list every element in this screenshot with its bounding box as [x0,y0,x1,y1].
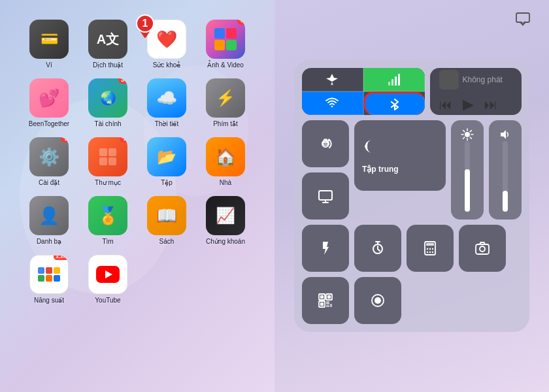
svg-point-25 [432,248,433,250]
svg-line-16 [470,137,471,139]
app-been-together[interactable]: 💕 BeenTogether [23,78,75,127]
calculator-button[interactable] [407,225,454,272]
airplane-icon [325,73,339,87]
app-chung-khoan[interactable]: 📈 Chứng khoán [199,196,252,245]
svg-line-15 [463,130,465,131]
qr-icon [317,292,334,309]
svg-point-41 [374,297,381,304]
control-center: 2 Không phát ⏮ ▶ ⏭ [294,60,529,332]
step1-marker: 1 [136,14,154,33]
app-thu-muc[interactable]: 1 Thư mục [82,137,134,186]
flashlight-icon [318,240,333,256]
app-vi[interactable]: 💳 Ví [23,20,75,69]
network-controls: 2 [302,68,425,115]
svg-rect-22 [426,243,434,246]
timer-button[interactable] [354,225,401,272]
control-center-panel: 2 Không phát ⏮ ▶ ⏭ [274,0,549,392]
cellular-button[interactable] [363,68,425,91]
cc-row-2: Tập trung [302,120,522,220]
app-cai-dat[interactable]: ⚙️ 1 Cài đặt [23,137,75,186]
brightness-slider[interactable] [451,120,484,220]
svg-rect-37 [326,301,329,304]
app-sach[interactable]: 📖 Sách [141,196,193,245]
home-screen: 1 💳 Ví A文 Dịch thuật ❤️ Sức khoẻ [0,0,274,392]
app-nha[interactable]: 🏠 Nhà [199,137,252,186]
not-playing-label: Không phát [463,75,513,84]
svg-rect-38 [330,304,332,307]
app-tai-chinh[interactable]: 🌏 37 Tài chính [82,78,134,127]
volume-slider[interactable] [489,120,522,220]
wifi-icon [325,96,339,110]
svg-rect-2 [388,82,390,86]
bluetooth-button[interactable]: 2 [363,91,425,115]
svg-rect-4 [395,76,397,86]
orientation-lock-icon [318,136,333,152]
svg-rect-39 [326,305,329,307]
camera-icon [474,240,490,256]
app-grid: 💳 Ví A文 Dịch thuật ❤️ Sức khoẻ [10,20,265,304]
app-phim-tat[interactable]: ⚡ Phím tắt [199,78,252,127]
svg-point-23 [427,248,428,250]
tap-trung-label: Tập trung [362,165,399,174]
focus-button[interactable]: Tập trung [354,120,446,191]
cellular-icon [386,73,401,87]
airplane-mode-button[interactable] [302,68,363,91]
camera-button[interactable] [459,225,506,272]
play-button[interactable]: ▶ [463,96,474,113]
next-button[interactable]: ⏭ [484,97,497,112]
svg-point-26 [427,252,428,253]
app-dich-thuat[interactable]: A文 Dịch thuật [82,20,134,69]
svg-marker-19 [501,130,506,139]
qr-scanner-button[interactable] [302,277,349,324]
cc-row-4 [302,277,522,324]
app-tep[interactable]: 📂 Tệp [141,137,193,186]
app-youtube[interactable]: YouTube [82,255,134,304]
app-nang-suat[interactable]: 3,370 Năng suất [23,255,75,304]
svg-rect-5 [398,74,400,86]
cc-row-3 [302,225,522,272]
screen-mirror-button[interactable] [302,172,349,220]
calculator-icon [422,240,438,256]
svg-point-28 [432,252,433,253]
svg-point-24 [429,248,431,250]
now-playing-card[interactable]: Không phát ⏮ ▶ ⏭ [430,68,522,115]
svg-point-27 [429,252,431,253]
svg-rect-3 [391,79,393,86]
timer-icon [370,240,386,256]
svg-line-18 [463,137,465,139]
moon-icon [362,137,380,155]
app-tim[interactable]: 🏅 Tìm [82,196,134,245]
flashlight-button[interactable] [302,225,349,272]
youtube-play-icon [96,266,120,283]
svg-point-30 [480,246,485,252]
svg-rect-9 [319,191,332,200]
brightness-icon [461,128,474,141]
svg-rect-32 [320,295,324,299]
record-icon [369,292,386,309]
bluetooth-icon [388,97,402,111]
volume-icon [499,128,512,141]
volume-track [503,141,508,212]
orientation-lock-button[interactable] [302,120,349,167]
svg-rect-36 [320,302,324,306]
wifi-button[interactable] [302,91,363,115]
cc-row-1: 2 Không phát ⏮ ▶ ⏭ [302,68,522,115]
svg-line-17 [470,130,471,131]
airplay-icon[interactable] [515,12,531,29]
app-thoi-tiet[interactable]: ☁️ Thời tiết [141,78,193,127]
app-danh-ba[interactable]: 👤 Danh bạ [23,196,75,245]
app-anh-video[interactable]: 4 Ảnh & Video [199,20,252,69]
svg-rect-34 [327,295,331,299]
brightness-track [465,141,470,212]
prev-button[interactable]: ⏮ [439,97,452,112]
svg-point-10 [465,132,470,137]
screen-mirror-icon [318,188,333,204]
screen-record-button[interactable] [354,277,401,324]
